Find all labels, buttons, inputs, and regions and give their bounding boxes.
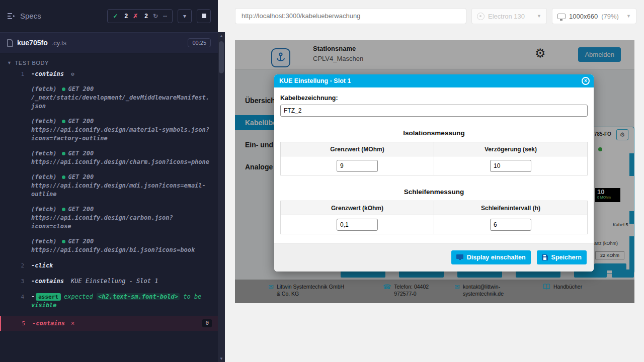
modal-title: KUE Einstellung - Slot 1 xyxy=(279,77,351,84)
passed-check-icon: ✓ xyxy=(113,13,118,20)
loop-limit-input[interactable] xyxy=(337,219,378,231)
spec-file-row[interactable]: kue705fo .cy.ts 00:25 xyxy=(0,32,218,53)
command-name: -contains xyxy=(32,320,65,327)
pending-refresh-icon: ↻ xyxy=(153,13,158,20)
runner-main: http://localhost:3000/kabelueberwachung … xyxy=(225,0,644,362)
display-on-button[interactable]: Display einschalten xyxy=(451,250,531,264)
fetch-row[interactable]: (fetch)GET 200 /_next/static/development… xyxy=(0,83,218,112)
pending-count: -- xyxy=(163,13,167,20)
modal-footer: Display einschalten Speichern xyxy=(274,243,594,272)
electron-browser-icon xyxy=(477,13,485,20)
scrollbar-thumb[interactable] xyxy=(219,41,224,73)
fetch-label: (fetch) xyxy=(31,173,57,180)
assert-target-selector: <h2.text-sm.font-bold> xyxy=(97,293,180,300)
test-body-toggle[interactable]: ▼ TEST BODY xyxy=(0,53,218,68)
status-dot-icon xyxy=(62,175,65,179)
fetch-row[interactable]: (fetch)GET 200 https://api.iconify.desig… xyxy=(0,148,218,168)
loop-col2-header: Schleifenintervall (h) xyxy=(434,201,588,215)
fetch-url: https://api.iconify.design/mdi.json?icon… xyxy=(31,182,210,199)
fetch-status: GET 200 xyxy=(68,173,94,180)
assert-expectation: visible xyxy=(31,302,57,309)
command-argument: KUE Einstellung - Slot 1 xyxy=(71,278,158,285)
assert-message: to be xyxy=(183,293,201,300)
failure-x-icon: × xyxy=(71,320,74,327)
chevron-down-icon: ▼ xyxy=(7,60,12,65)
specs-menu[interactable]: Specs xyxy=(7,12,41,20)
viewport-zoom: (79%) xyxy=(601,13,619,20)
specs-label: Specs xyxy=(20,12,41,20)
save-label: Speichern xyxy=(551,254,582,261)
spec-file-icon xyxy=(7,39,13,47)
test-stats[interactable]: ✓2 ✗2 ↻-- xyxy=(107,9,173,23)
command-number: 5 xyxy=(1,319,25,328)
close-icon[interactable]: × xyxy=(582,77,590,85)
fetch-status: GET 200 xyxy=(68,85,94,93)
command-options-gear-icon: ⚙ xyxy=(71,71,74,77)
isolation-delay-input[interactable] xyxy=(490,160,531,172)
command-row-assert[interactable]: 4-assertexpected <h2.text-sm.font-bold> … xyxy=(0,291,218,311)
spec-timer: 00:25 xyxy=(188,38,211,47)
viewport-selector[interactable]: 1000x660 (79%) ▼ xyxy=(552,8,636,24)
stop-icon xyxy=(202,14,206,18)
command-row-click[interactable]: 2-click xyxy=(0,260,218,272)
command-number: 1 xyxy=(0,70,24,78)
loop-interval-input[interactable] xyxy=(490,219,531,231)
cable-name-label: Kabelbezeichnung: xyxy=(280,95,588,102)
reporter-scrollbar[interactable]: ▲ ▼ xyxy=(218,32,225,362)
specs-list-icon xyxy=(7,13,16,20)
spec-name: kue705fo xyxy=(17,39,48,47)
status-dot-icon xyxy=(62,152,65,155)
fetch-status: GET 200 xyxy=(68,238,94,245)
url-input[interactable]: http://localhost:3000/kabelueberwachung xyxy=(235,8,466,24)
isolation-section-title: Isolationsmessung xyxy=(280,129,588,137)
scroll-down-arrow[interactable]: ▼ xyxy=(218,355,225,362)
failed-count: 2 xyxy=(144,13,148,20)
screen: Specs ✓2 ✗2 ↻-- ▾ kue705fo .cy.ts 00:25 … xyxy=(0,0,644,362)
command-name: -click xyxy=(31,262,53,269)
fetch-label: (fetch) xyxy=(31,150,57,157)
fetch-row[interactable]: (fetch)GET 200 https://api.iconify.desig… xyxy=(0,236,218,256)
fetch-label: (fetch) xyxy=(31,206,57,213)
isolation-limit-input[interactable] xyxy=(337,160,378,172)
loop-col1-header: Grenzwert (kOhm) xyxy=(281,201,434,215)
collapse-button[interactable]: ▾ xyxy=(178,9,192,23)
fetch-label: (fetch) xyxy=(31,238,57,245)
assert-badge: assert xyxy=(36,293,61,301)
command-number: 2 xyxy=(0,261,24,270)
loop-section-title: Schleifenmessung xyxy=(280,188,588,196)
isolation-col2-header: Verzögerung (sek) xyxy=(434,142,588,156)
cable-name-input[interactable] xyxy=(280,105,588,117)
cypress-reporter: Specs ✓2 ✗2 ↻-- ▾ kue705fo .cy.ts 00:25 … xyxy=(0,0,218,362)
fetch-label: (fetch) xyxy=(31,85,57,93)
command-row-contains-1[interactable]: 1-contains⚙ xyxy=(0,68,218,80)
modal-header: KUE Einstellung - Slot 1 × xyxy=(274,74,594,87)
browser-selector[interactable]: Electron 130 ▼ xyxy=(471,8,547,24)
display-on-label: Display einschalten xyxy=(467,254,526,261)
monitor-icon xyxy=(456,254,463,260)
failed-x-icon: ✗ xyxy=(133,13,138,20)
fetch-row[interactable]: (fetch)GET 200 https://api.iconify.desig… xyxy=(0,116,218,144)
browser-url-bar: http://localhost:3000/kabelueberwachung … xyxy=(235,8,636,24)
status-dot-icon xyxy=(62,208,65,211)
command-row-contains-3[interactable]: 3-containsKUE Einstellung - Slot 1 xyxy=(0,276,218,287)
app-under-test: Stationsname CPLV4_Maschen ⚙ Abmelden Üb… xyxy=(235,40,634,303)
save-button[interactable]: Speichern xyxy=(537,250,587,264)
stop-run-button[interactable] xyxy=(197,9,211,23)
fetch-label: (fetch) xyxy=(31,118,57,125)
scroll-up-arrow[interactable]: ▲ xyxy=(218,32,225,39)
loop-table: Grenzwert (kOhm) Schleifenintervall (h) xyxy=(280,201,588,234)
fetch-status: GET 200 xyxy=(68,206,94,213)
chevron-down-icon: ▼ xyxy=(537,14,541,19)
floppy-disk-icon xyxy=(542,254,548,260)
fetch-row[interactable]: (fetch)GET 200 https://api.iconify.desig… xyxy=(0,171,218,200)
assert-message: expected xyxy=(64,293,93,300)
fetch-row[interactable]: (fetch)GET 200 https://api.iconify.desig… xyxy=(0,204,218,232)
chevron-down-icon: ▼ xyxy=(626,14,631,19)
isolation-col1-header: Grenzwert (MOhm) xyxy=(281,142,434,156)
status-dot-icon xyxy=(62,120,65,123)
fetch-status: GET 200 xyxy=(68,150,94,157)
fetch-url: https://api.iconify.design/charm.json?ic… xyxy=(31,158,210,166)
command-row-contains-failed[interactable]: 5-contains× 0 xyxy=(0,316,218,331)
status-dot-icon xyxy=(62,240,65,243)
viewport-monitor-icon xyxy=(557,14,566,19)
